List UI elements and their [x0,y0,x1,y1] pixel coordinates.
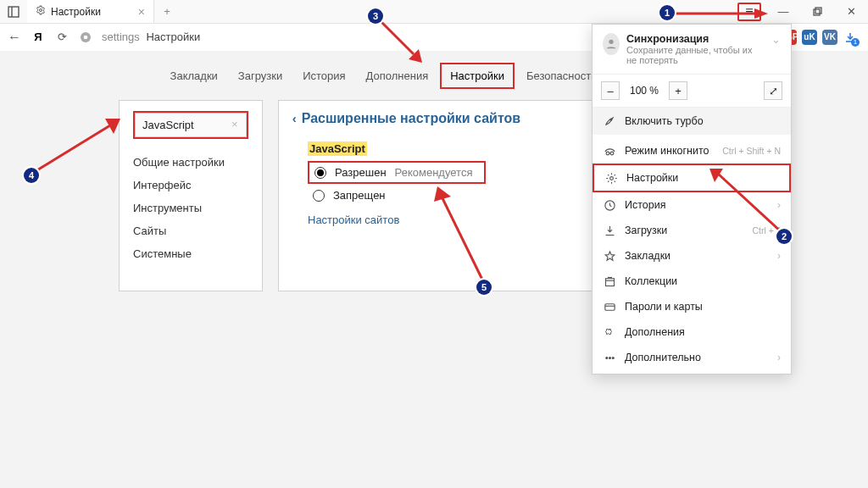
menu-item-incognito[interactable]: Режим инкогнитоCtrl + Shift + N [593,138,791,164]
collections-icon [603,274,616,288]
sync-subtitle: Сохраните данные, чтобы их не потерять [626,45,765,65]
menu-item-label: Закладки [625,250,769,262]
nav-tab-4[interactable]: Настройки [440,63,515,89]
radio-allow-row[interactable]: Разрешен Рекомендуется [308,161,486,184]
nav-tab-2[interactable]: История [294,64,353,87]
svg-point-15 [605,357,607,358]
menu-item-label: Настройки [626,172,779,184]
svg-point-10 [610,152,614,155]
sidebar-toggle-icon[interactable] [0,0,27,23]
menu-item-label: Режим инкогнито [625,145,714,157]
radio-allow-label: Разрешен [335,166,387,179]
main-menu-button[interactable]: ≡ [737,3,761,21]
new-tab-button[interactable]: + [154,0,180,23]
sidebar-item-0[interactable]: Общие настройки [133,151,248,174]
menu-item-shortcut: Ctrl + J [752,225,781,236]
svg-rect-0 [8,7,19,17]
zoom-value: 100 % [625,85,664,97]
svg-rect-14 [604,303,614,310]
site-settings-link[interactable]: Настройки сайтов [308,214,399,226]
star-icon [603,249,616,263]
menu-turbo-row[interactable]: Включить турбо [593,108,791,135]
settings-search-input[interactable] [135,113,247,137]
nav-tab-0[interactable]: Закладки [162,64,226,87]
browser-tab[interactable]: Настройки × [27,0,154,23]
maximize-button[interactable] [800,0,834,23]
svg-point-7 [609,40,613,44]
svg-point-6 [84,35,88,39]
chevron-right-icon: › [777,199,781,211]
radio-allow-hint: Рекомендуется [395,166,473,179]
address-path-2: Настройки [146,30,200,43]
svg-rect-13 [605,278,614,286]
menu-item-star[interactable]: Закладки› [593,243,791,269]
main-menu-panel: Синхронизация Сохраните данные, чтобы их… [592,24,792,374]
sidebar-item-4[interactable]: Системные [133,242,248,265]
reload-button[interactable]: ⟳ [54,30,70,45]
address-text[interactable]: settings Настройки [102,30,200,43]
settings-sidebar: × Общие настройкиИнтерфейсИнструментыСай… [119,100,263,291]
radio-block-dot [313,190,325,202]
menu-turbo-label: Включить турбо [625,115,704,127]
close-window-button[interactable]: ✕ [834,0,868,23]
titlebar: Настройки × + ≡ — ✕ [0,0,868,24]
avatar-icon [603,33,620,55]
menu-item-cards[interactable]: Пароли и карты [593,294,791,319]
menu-item-more[interactable]: Дополнительно› [593,345,791,370]
menu-item-list: Режим инкогнитоCtrl + Shift + NНастройки… [593,135,791,374]
panel-heading-text: Расширенные настройки сайтов [302,111,520,126]
address-path-1: settings [102,30,140,43]
vk-extension-icon[interactable]: VK [822,30,837,45]
svg-point-17 [612,357,614,358]
radio-allow-dot [314,167,326,179]
downloads-indicator-icon[interactable]: 1 [843,30,858,45]
sidebar-item-3[interactable]: Сайты [133,219,248,242]
site-badge-icon [78,30,93,45]
menu-item-download[interactable]: ЗагрузкиCtrl + J [593,218,791,243]
menu-item-puzzle[interactable]: Дополнения [593,319,791,345]
incognito-icon [603,144,616,158]
menu-sync-row[interactable]: Синхронизация Сохраните данные, чтобы их… [593,25,791,75]
sidebar-category-list: Общие настройкиИнтерфейсИнструментыСайты… [133,151,248,265]
chevron-down-icon: ⌄ [771,33,781,46]
back-button[interactable]: ← [7,30,22,45]
menu-item-history[interactable]: История› [593,192,791,218]
menu-item-label: Коллекции [625,275,781,287]
zoom-out-button[interactable]: – [601,81,620,100]
zoom-in-button[interactable]: + [669,81,687,100]
svg-point-8 [610,119,612,120]
nav-tab-3[interactable]: Дополнения [358,64,437,87]
svg-point-9 [606,152,609,155]
sidebar-item-1[interactable]: Интерфейс [133,174,248,197]
tab-close-icon[interactable]: × [138,6,145,18]
tab-title: Настройки [51,6,133,18]
home-logo[interactable]: Я [31,30,46,45]
clear-search-icon[interactable]: × [231,118,238,130]
cards-icon [603,300,616,313]
back-chevron-icon: ‹ [292,112,297,125]
uk-extension-icon[interactable]: uK [802,30,817,45]
menu-item-label: История [625,199,769,211]
svg-rect-4 [815,8,821,14]
minimize-button[interactable]: — [766,0,800,23]
puzzle-icon [603,325,616,339]
menu-item-label: Дополнительно [625,352,769,363]
gear-icon [36,5,46,18]
hamburger-icon: ≡ [745,5,753,19]
chevron-right-icon: › [777,352,781,363]
sidebar-item-2[interactable]: Инструменты [133,197,248,219]
menu-item-collections[interactable]: Коллекции [593,269,791,294]
menu-item-label: Загрузки [625,225,743,236]
fullscreen-button[interactable]: ⤢ [764,81,782,100]
section-javascript-label: JavaScript [308,141,367,156]
menu-item-shortcut: Ctrl + Shift + N [722,146,781,156]
download-icon [603,224,616,237]
downloads-badge: 1 [851,38,860,47]
svg-point-2 [40,9,42,12]
menu-item-gear[interactable]: Настройки [593,164,791,192]
history-icon [603,198,616,212]
nav-tab-1[interactable]: Загрузки [230,64,291,87]
more-icon [603,351,616,364]
svg-point-11 [609,176,613,180]
menu-item-label: Дополнения [625,326,781,338]
